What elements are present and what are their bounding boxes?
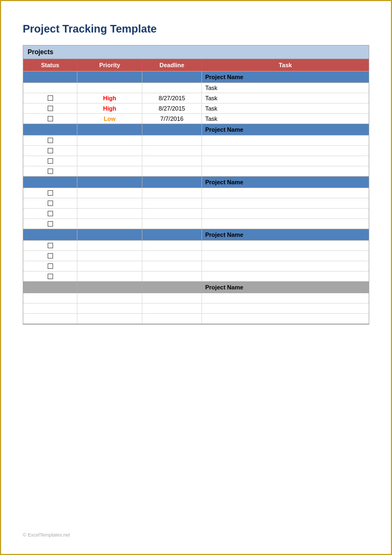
data-row <box>23 293 369 304</box>
empty-cell <box>23 229 77 240</box>
task-cell <box>202 156 369 166</box>
status-cell[interactable] <box>23 146 77 156</box>
status-cell[interactable] <box>23 251 77 261</box>
status-cell <box>23 314 77 324</box>
task-cell <box>202 261 369 271</box>
status-cell[interactable] <box>23 209 77 218</box>
empty-cell <box>142 229 202 240</box>
status-cell[interactable] <box>23 114 77 124</box>
column-header-row: Status Priority Deadline Task <box>23 59 369 72</box>
task-cell <box>202 304 369 313</box>
checkbox[interactable] <box>48 106 53 111</box>
priority-cell <box>77 272 142 281</box>
priority-cell: High <box>77 104 142 113</box>
priority-cell <box>77 261 142 271</box>
data-row <box>23 209 369 219</box>
task-cell <box>202 314 369 324</box>
project-name-5: Project Name <box>202 282 369 293</box>
project-section-1: Project Name Task High 8/27/2015 Task <box>23 72 369 124</box>
priority-cell <box>77 135 142 145</box>
checkbox[interactable] <box>48 243 53 248</box>
data-row <box>23 156 369 166</box>
data-row <box>23 135 369 146</box>
deadline-cell <box>142 135 202 145</box>
checkbox[interactable] <box>48 201 53 206</box>
checkbox[interactable] <box>48 221 53 227</box>
status-cell[interactable] <box>23 93 77 103</box>
deadline-cell <box>142 146 202 156</box>
data-row: High 8/27/2015 Task <box>23 93 369 104</box>
empty-cell <box>23 124 77 135</box>
deadline-cell <box>142 293 202 303</box>
status-cell <box>23 304 77 313</box>
priority-cell <box>77 198 142 208</box>
deadline-cell: 8/27/2015 <box>142 93 202 103</box>
checkbox[interactable] <box>48 116 53 121</box>
priority-value: High <box>103 95 116 101</box>
checkbox[interactable] <box>48 263 53 269</box>
data-row <box>23 304 369 314</box>
status-cell[interactable] <box>23 198 77 208</box>
empty-cell <box>23 282 77 293</box>
checkbox[interactable] <box>48 95 53 101</box>
task-cell <box>202 219 369 229</box>
data-row: High 8/27/2015 Task <box>23 104 369 114</box>
project-name-3: Project Name <box>202 177 369 188</box>
task-cell <box>202 188 369 198</box>
task-cell: Task <box>202 104 369 113</box>
priority-cell <box>77 304 142 313</box>
status-cell[interactable] <box>23 219 77 229</box>
status-cell[interactable] <box>23 188 77 198</box>
task-cell <box>202 251 369 261</box>
empty-cell <box>23 177 77 188</box>
priority-cell <box>77 219 142 229</box>
priority-cell <box>77 166 142 176</box>
priority-cell: Low <box>77 114 142 124</box>
status-cell[interactable] <box>23 156 77 166</box>
col-header-task: Task <box>202 59 369 71</box>
checkbox[interactable] <box>48 211 53 216</box>
checkbox[interactable] <box>48 274 53 279</box>
priority-cell: High <box>77 93 142 103</box>
status-cell[interactable] <box>23 261 77 271</box>
deadline-cell <box>142 198 202 208</box>
task-cell: Task <box>202 114 369 124</box>
checkbox[interactable] <box>48 148 53 153</box>
task-cell <box>202 241 369 250</box>
priority-cell <box>77 314 142 324</box>
status-cell[interactable] <box>23 135 77 145</box>
empty-cell <box>142 177 202 188</box>
project-name-4: Project Name <box>202 229 369 240</box>
checkbox[interactable] <box>48 158 53 164</box>
project-name-row-2: Project Name <box>23 124 369 135</box>
empty-cell <box>23 72 77 82</box>
checkbox[interactable] <box>48 169 53 174</box>
col-header-priority: Priority <box>77 59 142 71</box>
data-row <box>23 314 369 324</box>
project-name-1: Project Name <box>202 72 369 82</box>
data-row <box>23 272 369 281</box>
deadline-cell <box>142 83 202 93</box>
status-cell[interactable] <box>23 104 77 113</box>
page-title: Project Tracking Template <box>23 23 369 35</box>
priority-cell <box>77 209 142 218</box>
data-row <box>23 146 369 156</box>
checkbox[interactable] <box>48 138 53 143</box>
data-row <box>23 219 369 229</box>
checkbox[interactable] <box>48 253 53 259</box>
status-cell[interactable] <box>23 166 77 176</box>
task-cell <box>202 209 369 218</box>
deadline-cell <box>142 272 202 281</box>
task-cell: Task <box>202 93 369 103</box>
project-name-row-4: Project Name <box>23 229 369 241</box>
status-cell[interactable] <box>23 272 77 281</box>
task-cell <box>202 272 369 281</box>
task-cell: Task <box>202 83 369 93</box>
status-cell[interactable] <box>23 241 77 250</box>
project-section-2: Project Name <box>23 124 369 177</box>
data-row <box>23 188 369 198</box>
empty-cell <box>77 282 142 293</box>
checkbox[interactable] <box>48 190 53 196</box>
data-row <box>23 241 369 251</box>
projects-header: Projects <box>23 46 369 59</box>
